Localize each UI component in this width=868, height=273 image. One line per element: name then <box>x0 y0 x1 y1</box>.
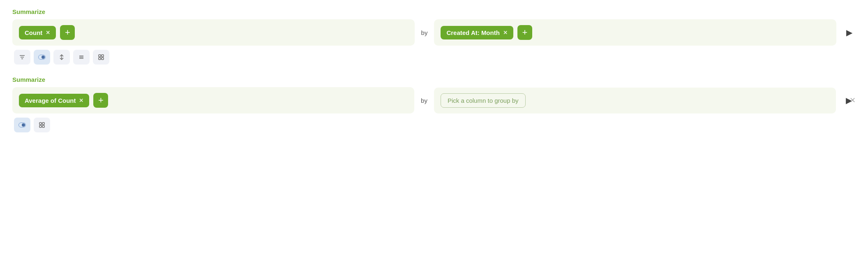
toggle-icon-2[interactable] <box>14 118 30 132</box>
summarize-row-2: Average of Count ✕ + by Pick a column to… <box>12 87 856 113</box>
group-placeholder-pill[interactable]: Pick a column to group by <box>441 93 526 108</box>
grid-icon-2[interactable] <box>34 118 50 132</box>
count-pill-label: Count <box>25 29 42 36</box>
svg-rect-15 <box>39 123 42 125</box>
summarize-section-1: Summarize Count ✕ + by Created At: Month… <box>12 8 856 65</box>
svg-rect-17 <box>39 125 42 127</box>
run-button-1[interactable]: ▶ <box>843 26 856 39</box>
section1-label: Summarize <box>12 8 856 15</box>
svg-rect-12 <box>102 58 104 60</box>
toolbar-2 <box>12 118 856 132</box>
avg-count-pill-label: Average of Count <box>25 97 76 104</box>
metric-area-1: Count ✕ + <box>12 19 415 46</box>
group-area-2[interactable]: Pick a column to group by <box>434 88 836 113</box>
svg-rect-16 <box>42 123 44 125</box>
grid-icon-1[interactable] <box>93 50 109 65</box>
add-metric-button-2[interactable]: + <box>93 93 108 108</box>
add-metric-button-1[interactable]: + <box>60 25 75 40</box>
avg-count-pill[interactable]: Average of Count ✕ <box>19 94 89 107</box>
toolbar-1 <box>12 50 856 65</box>
svg-rect-18 <box>42 125 44 127</box>
summarize-row-1: Count ✕ + by Created At: Month ✕ + ▶ <box>12 19 856 46</box>
by-label-2: by <box>421 97 427 104</box>
count-pill[interactable]: Count ✕ <box>19 26 56 39</box>
created-at-pill-label: Created At: Month <box>446 29 499 36</box>
list-icon[interactable] <box>73 50 90 65</box>
svg-point-4 <box>42 56 45 59</box>
add-group-button-1[interactable]: + <box>517 25 532 40</box>
created-at-pill-close[interactable]: ✕ <box>503 30 508 36</box>
by-label-1: by <box>421 29 428 36</box>
toggle-icon-1[interactable] <box>34 50 50 65</box>
svg-rect-11 <box>99 58 101 60</box>
section2-label: Summarize <box>12 76 856 83</box>
count-pill-close[interactable]: ✕ <box>46 30 50 36</box>
sort-icon[interactable] <box>53 50 70 65</box>
svg-rect-9 <box>99 55 101 57</box>
created-at-pill[interactable]: Created At: Month ✕ <box>441 26 513 39</box>
svg-point-14 <box>22 123 25 127</box>
group-area-1: Created At: Month ✕ + <box>434 19 836 46</box>
metric-area-2: Average of Count ✕ + <box>12 87 414 113</box>
summarize-section-2: Summarize Average of Count ✕ + by Pick a… <box>12 76 856 132</box>
avg-count-pill-close[interactable]: ✕ <box>79 97 83 104</box>
close-section-button[interactable]: ✕ <box>850 96 856 105</box>
filter-icon[interactable] <box>14 50 30 65</box>
svg-rect-10 <box>102 55 104 57</box>
